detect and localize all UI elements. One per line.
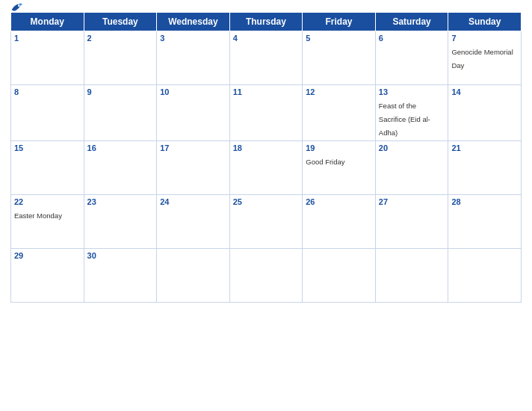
calendar-cell: 12 bbox=[303, 85, 376, 141]
day-number: 8 bbox=[14, 87, 81, 96]
day-number: 2 bbox=[87, 34, 154, 43]
calendar-cell: 19Good Friday bbox=[303, 141, 376, 195]
week-row-3: 1516171819Good Friday2021 bbox=[11, 141, 522, 195]
day-number: 6 bbox=[379, 34, 445, 43]
week-row-5: 2930 bbox=[11, 249, 522, 303]
calendar-cell: 8 bbox=[11, 85, 84, 141]
day-number: 1 bbox=[14, 34, 81, 43]
calendar-cell bbox=[375, 249, 448, 303]
calendar-cell: 6 bbox=[375, 31, 448, 85]
day-number: 11 bbox=[233, 87, 300, 96]
weekday-header-wednesday: Wednesday bbox=[157, 13, 230, 31]
weekday-header-thursday: Thursday bbox=[229, 13, 303, 31]
calendar-cell: 22Easter Monday bbox=[11, 195, 84, 249]
day-number: 5 bbox=[306, 34, 372, 43]
calendar-cell: 25 bbox=[229, 195, 303, 249]
calendar-cell: 7Genocide Memorial Day bbox=[448, 31, 522, 85]
weekday-header-sunday: Sunday bbox=[448, 13, 522, 31]
calendar-cell: 11 bbox=[229, 85, 303, 141]
day-number: 27 bbox=[379, 197, 445, 206]
calendar-body: 1234567Genocide Memorial Day8910111213Fe… bbox=[11, 31, 522, 303]
calendar-cell: 28 bbox=[448, 195, 522, 249]
weekday-header-monday: Monday bbox=[11, 13, 84, 31]
day-number: 12 bbox=[306, 87, 372, 96]
day-number: 17 bbox=[160, 143, 226, 152]
day-number: 30 bbox=[87, 251, 154, 260]
calendar-cell: 15 bbox=[11, 141, 84, 195]
day-number: 21 bbox=[451, 143, 518, 152]
calendar-cell: 24 bbox=[157, 195, 230, 249]
day-number: 15 bbox=[14, 143, 81, 152]
page: MondayTuesdayWednesdayThursdayFridaySatu… bbox=[0, 0, 532, 411]
calendar-cell: 14 bbox=[448, 85, 522, 141]
day-number: 10 bbox=[160, 87, 226, 96]
day-number: 26 bbox=[306, 197, 372, 206]
weekday-header-friday: Friday bbox=[303, 13, 376, 31]
week-row-4: 22Easter Monday232425262728 bbox=[11, 195, 522, 249]
calendar-cell: 21 bbox=[448, 141, 522, 195]
calendar-cell: 17 bbox=[157, 141, 230, 195]
holiday-label: Feast of the Sacrifice (Eid al-Adha) bbox=[379, 102, 430, 137]
day-number: 24 bbox=[160, 197, 226, 206]
day-number: 18 bbox=[233, 143, 300, 152]
weekday-header-tuesday: Tuesday bbox=[84, 13, 157, 31]
calendar-cell: 3 bbox=[157, 31, 230, 85]
day-number: 3 bbox=[160, 34, 226, 43]
day-number: 4 bbox=[233, 34, 300, 43]
calendar-cell: 2 bbox=[84, 31, 157, 85]
weekday-header-saturday: Saturday bbox=[375, 13, 448, 31]
calendar-cell: 5 bbox=[303, 31, 376, 85]
calendar-cell bbox=[303, 249, 376, 303]
day-number: 22 bbox=[14, 197, 81, 206]
day-number: 7 bbox=[451, 34, 518, 43]
calendar-cell: 4 bbox=[229, 31, 303, 85]
calendar-cell bbox=[448, 249, 522, 303]
day-number: 28 bbox=[451, 197, 518, 206]
calendar-cell: 18 bbox=[229, 141, 303, 195]
calendar-cell: 30 bbox=[84, 249, 157, 303]
day-number: 19 bbox=[306, 143, 372, 152]
calendar-cell: 23 bbox=[84, 195, 157, 249]
calendar-cell: 27 bbox=[375, 195, 448, 249]
holiday-label: Good Friday bbox=[306, 158, 344, 166]
calendar-cell: 1 bbox=[11, 31, 84, 85]
day-number: 13 bbox=[379, 87, 445, 96]
logo bbox=[10, 2, 24, 13]
calendar-cell: 9 bbox=[84, 85, 157, 141]
calendar-table: MondayTuesdayWednesdayThursdayFridaySatu… bbox=[10, 12, 522, 303]
calendar-cell bbox=[157, 249, 230, 303]
calendar-cell: 10 bbox=[157, 85, 230, 141]
day-number: 20 bbox=[379, 143, 445, 152]
day-number: 14 bbox=[451, 87, 518, 96]
holiday-label: Genocide Memorial Day bbox=[451, 48, 513, 69]
calendar-cell: 20 bbox=[375, 141, 448, 195]
logo-bird-icon bbox=[10, 2, 22, 13]
day-number: 16 bbox=[87, 143, 154, 152]
calendar-cell: 29 bbox=[11, 249, 84, 303]
calendar-cell: 13Feast of the Sacrifice (Eid al-Adha) bbox=[375, 85, 448, 141]
weekday-row: MondayTuesdayWednesdayThursdayFridaySatu… bbox=[11, 13, 522, 31]
day-number: 9 bbox=[87, 87, 154, 96]
holiday-label: Easter Monday bbox=[14, 211, 62, 220]
calendar-cell bbox=[229, 249, 303, 303]
day-number: 23 bbox=[87, 197, 154, 206]
day-number: 25 bbox=[233, 197, 300, 206]
week-row-1: 1234567Genocide Memorial Day bbox=[11, 31, 522, 85]
logo-blue bbox=[10, 2, 24, 13]
calendar-cell: 26 bbox=[303, 195, 376, 249]
calendar-cell: 16 bbox=[84, 141, 157, 195]
week-row-2: 8910111213Feast of the Sacrifice (Eid al… bbox=[11, 85, 522, 141]
calendar-header: MondayTuesdayWednesdayThursdayFridaySatu… bbox=[11, 13, 522, 31]
day-number: 29 bbox=[14, 251, 81, 260]
